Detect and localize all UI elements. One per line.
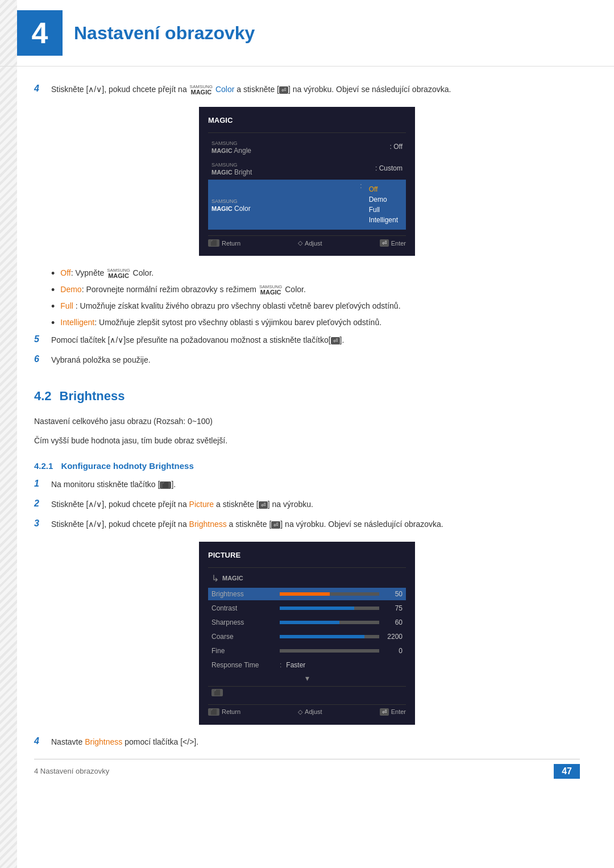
step-4-text: Stiskněte [∧/∨], pokud chcete přejít na … [51,84,580,95]
magic-screen-title: MAGIC [208,116,406,124]
brightness-step-1: 1 Na monitoru stiskněte tlačítko [⬛]. [34,479,580,491]
coarse-value: 2200 [383,633,403,641]
coarse-bar-fill [280,635,364,638]
picture-screen-footer: ⬛ Return ◇ Adjust ⏎ Enter [208,704,406,716]
return-icon: ⬛ [208,239,219,247]
demo-label: Demo [60,285,81,294]
enter-icon-inline: ⏎ [279,86,288,94]
contrast-row: Contrast 75 [208,602,406,614]
enter-icon-step3: ⏎ [271,521,280,529]
brightness-bar-fill [280,592,330,596]
dropdown-off: Off [369,184,398,194]
contrast-bar-container: 75 [280,604,403,612]
samsung-magic-demo: SAMSUNGMAGIC [259,285,282,296]
step-6-number: 6 [34,354,51,364]
step-6-item: 6 Vybraná položka se použije. [34,354,580,366]
contrast-bar-fill [280,607,354,610]
subsection-421-number: 4.2.1 [34,461,53,471]
chapter-header: 4 Nastavení obrazovky [0,0,614,67]
menu-icon-left: ⬛ [211,689,223,696]
brightness-step-4: 4 Nastavte Brightness pomocí tlačítka [<… [34,736,580,748]
magic-row: ↳ MAGIC [208,571,406,585]
sharpness-bar [280,621,379,624]
adjust-icon-pic: ◇ [298,708,302,716]
step-4-item: 4 Stiskněte [∧/∨], pokud chcete přejít n… [34,84,580,95]
off-label: Off [60,268,70,277]
samsung-magic-off: SAMSUNGMAGIC [107,268,130,279]
brightness-step-3: 3 Stiskněte [∧/∨], pokud chcete přejít n… [34,518,580,530]
step-4-number: 4 [34,84,51,94]
adjust-icon: ◇ [298,239,302,247]
dropdown-intelligent: Intelligent [369,215,398,225]
color-label: SAMSUNG MAGIC Color [211,197,360,213]
section-42-title: Brightness [60,389,125,404]
fine-label: Fine [211,647,280,655]
step-5-text: Pomocí tlačítek [∧/∨]se přesuňte na poža… [51,334,580,346]
return-icon-pic: ⬛ [208,708,219,716]
page-content: 4 Stiskněte [∧/∨], pokud chcete přejít n… [0,84,614,790]
bright-label: SAMSUNG MAGIC Bright [211,160,375,176]
page-footer: 4 Nastavení obrazovky 47 [34,759,580,779]
section-42-number: 4.2 [34,389,52,404]
contrast-value: 75 [383,604,403,612]
section-42-header: 4.2 Brightness [34,389,580,404]
chapter-title: Nastavení obrazovky [74,23,255,44]
samsung-magic-color-inline: SAMSUNG MAGIC [190,85,213,95]
footer-return: ⬛ Return [208,239,240,247]
footer-adjust: ◇ Adjust [298,239,322,247]
enter-icon-step5: ⏎ [331,337,340,344]
fine-bar-container: 0 [280,647,403,655]
bright-row: SAMSUNG MAGIC Bright : Custom [208,158,406,178]
picture-footer-adjust: ◇ Adjust [298,708,322,716]
bullet-dot-off: • [51,268,55,279]
bullet-demo: • Demo: Porovnejte normální režim obrazo… [51,284,580,296]
brightness-bar [280,592,379,596]
response-time-value: Faster [286,661,305,669]
response-time-row: Response Time : Faster [208,659,406,671]
picture-footer-enter: ⏎ Enter [380,708,406,716]
picture-screen-footer-left: ⬛ [208,686,406,699]
brightness-step-2-num: 2 [34,499,51,509]
brightness-step-2-text: Stiskněte [∧/∨], pokud chcete přejít na … [51,499,580,510]
color-bullet-list: • Off: Vypněte SAMSUNGMAGIC Color. • Dem… [51,267,580,329]
coarse-bar [280,635,379,638]
separator-1 [208,132,406,133]
coarse-row: Coarse 2200 [208,630,406,643]
bullet-off: • Off: Vypněte SAMSUNGMAGIC Color. [51,267,580,279]
response-time-label: Response Time [211,661,280,669]
brightness-hl-step3: Brightness [189,520,227,529]
brightness-step-3-num: 3 [34,518,51,529]
brightness-step-4-num: 4 [34,736,51,746]
step-5-item: 5 Pomocí tlačítek [∧/∨]se přesuňte na po… [34,334,580,346]
fine-row: Fine 0 [208,645,406,657]
bullet-intelligent: • Intelligent: Umožňuje zlepšit sytost p… [51,317,580,329]
brightness-desc2: Čím vyšší bude hodnota jasu, tím bude ob… [34,434,580,447]
brightness-hl-step4: Brightness [85,737,122,746]
magic-screen: MAGIC SAMSUNG MAGIC Angle : Off SAMSUNG … [199,107,415,256]
footer-enter: ⏎ Enter [380,239,406,247]
chapter-number: 4 [17,10,63,56]
enter-icon-step2: ⏎ [259,501,268,509]
sharpness-value: 60 [383,618,403,626]
fine-value: 0 [383,647,403,655]
enter-icon-pic: ⏎ [380,708,389,716]
angle-label: SAMSUNG MAGIC Angle [211,139,390,155]
coarse-label: Coarse [211,633,280,641]
sharpness-bar-fill [280,621,339,624]
brightness-desc1: Nastavení celkového jasu obrazu (Rozsah:… [34,415,580,427]
enter-icon: ⏎ [380,239,389,247]
intelligent-label: Intelligent [60,318,94,327]
bullet-full: • Full : Umožňuje získat kvalitu živého … [51,300,580,312]
subsection-421-title: Konfigurace hodnoty Brightness [61,461,193,471]
bullet-dot-intelligent: • [51,318,55,328]
sharpness-label: Sharpness [211,618,280,626]
picture-screen-title: PICTURE [208,551,406,559]
sharpness-bar-container: 60 [280,618,403,626]
step-5-number: 5 [34,334,51,344]
full-label: Full [60,301,73,310]
magic-screen-container: MAGIC SAMSUNG MAGIC Angle : Off SAMSUNG … [34,107,580,256]
brightness-step-1-text: Na monitoru stiskněte tlačítko [⬛]. [51,479,580,491]
footer-chapter-label: 4 Nastavení obrazovky [34,767,109,775]
subsection-421-header: 4.2.1 Konfigurace hodnoty Brightness [34,461,580,471]
bright-value: : Custom [375,164,403,172]
